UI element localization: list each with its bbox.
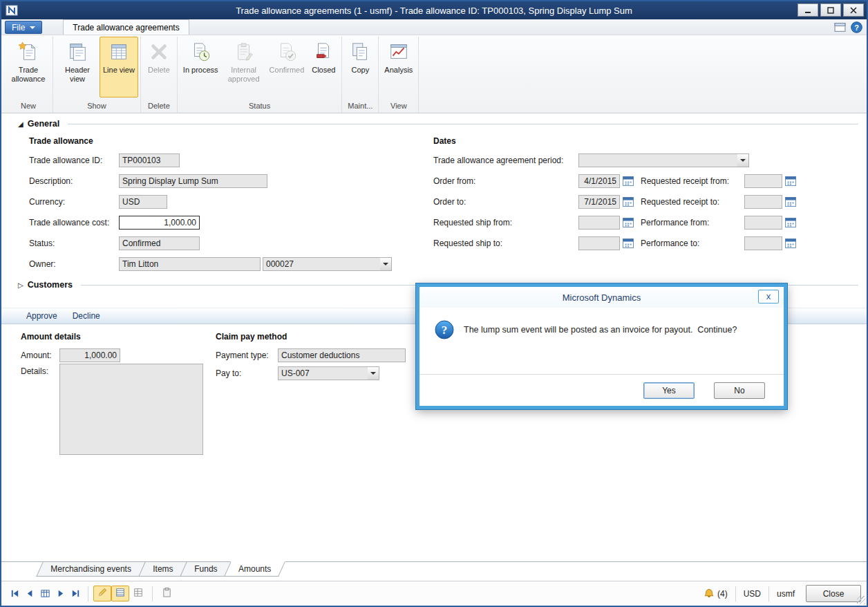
general-section-header[interactable]: ◢ General (18, 119, 858, 129)
dates-group-title: Dates (433, 136, 456, 146)
ribbon-group-view-label: View (381, 102, 416, 113)
claim-pay-method-title: Claim pay method (216, 332, 287, 342)
analysis-button[interactable]: Analysis (381, 37, 416, 97)
close-form-button[interactable]: Close (806, 585, 861, 602)
clipboard-button[interactable] (158, 586, 176, 601)
approve-button[interactable]: Approve (26, 311, 57, 321)
window-controls (798, 3, 864, 17)
help-icon[interactable]: ? (851, 21, 862, 36)
header-view-button[interactable]: Header view (55, 37, 100, 97)
owner-name-field: Tim Litton (119, 257, 261, 271)
requested-ship-from-field (578, 216, 620, 230)
statusbar: (4) USD usmf Close (1, 581, 867, 606)
dynamics-dialog: Microsoft Dynamics x ? The lump sum even… (416, 283, 787, 409)
currency-label: Currency: (29, 197, 119, 207)
menubar-right: ? (834, 21, 862, 36)
dialog-close-icon[interactable]: x (758, 290, 779, 304)
performance-from-label: Performance from: (641, 218, 744, 227)
status-label: Status: (29, 239, 119, 248)
ribbon-group-status: In process Internal approved Confirmed (178, 37, 343, 113)
analysis-icon (388, 41, 410, 63)
separator (735, 586, 736, 601)
notifications-count[interactable]: (4) (715, 589, 730, 599)
internal-approved-button: Internal approved (222, 37, 266, 97)
trade-allowance-id-field: TP000103 (119, 153, 180, 167)
go-to-record-grid-icon[interactable] (37, 586, 53, 601)
line-view-button[interactable]: Line view (100, 37, 138, 97)
resize-grip[interactable] (857, 596, 865, 604)
performance-to-label: Performance to: (641, 239, 744, 248)
bottom-tabstrip: Merchandising events Items Funds Amounts (1, 561, 867, 577)
minimize-icon[interactable] (798, 3, 818, 17)
copy-icon (349, 41, 371, 63)
company-indicator[interactable]: usmf (774, 589, 798, 599)
notifications-bell-icon[interactable] (704, 588, 715, 599)
trade-allowance-cost-label: Trade allowance cost: (29, 218, 119, 227)
header-view-icon (66, 41, 88, 63)
delete-icon (148, 41, 170, 63)
requested-ship-from-calendar-icon[interactable] (622, 216, 634, 229)
menubar: File Trade allowance agreements ? (1, 19, 867, 35)
tab-funds[interactable]: Funds (180, 562, 232, 577)
tab-items[interactable]: Items (138, 562, 187, 577)
currency-indicator[interactable]: USD (741, 589, 764, 599)
trade-allowance-cost-field[interactable]: 1,000.00 (119, 216, 200, 230)
first-record-icon[interactable] (7, 586, 22, 601)
form-view-button[interactable] (111, 586, 129, 601)
order-from-calendar-icon[interactable] (622, 175, 634, 187)
order-to-label: Order to: (433, 197, 578, 207)
in-process-button-label: In process (183, 66, 218, 75)
requested-receipt-from-calendar-icon[interactable] (784, 175, 797, 187)
ribbon-group-delete-label: Delete (143, 102, 175, 113)
statusbar-right: (4) USD usmf Close (704, 585, 861, 602)
confirmed-button-label: Confirmed (270, 66, 305, 75)
closed-button-label: Closed (312, 66, 335, 75)
layout-icon[interactable] (834, 21, 846, 36)
copy-button[interactable]: Copy (344, 37, 376, 97)
ribbon-group-new: Trade allowance New (4, 37, 53, 113)
requested-receipt-to-calendar-icon[interactable] (784, 196, 797, 208)
trade-allowance-button[interactable]: Trade allowance (6, 37, 50, 97)
owner-dropdown-icon[interactable] (380, 257, 392, 271)
separator (88, 586, 88, 601)
ribbon-group-maintain: Copy Maint... (342, 37, 379, 113)
requested-ship-to-calendar-icon[interactable] (622, 237, 634, 250)
closed-button[interactable]: Closed (308, 37, 339, 97)
separator (152, 586, 153, 601)
last-record-icon[interactable] (68, 586, 83, 601)
file-menu-button[interactable]: File (5, 21, 42, 34)
performance-from-calendar-icon[interactable] (784, 216, 797, 229)
requested-receipt-to-label: Requested receipt to: (641, 197, 744, 207)
ribbon-group-show: Header view Line view Show (53, 37, 141, 113)
no-button[interactable]: No (714, 382, 765, 399)
document-tab[interactable]: Trade allowance agreements (63, 19, 189, 35)
trade-allowance-id-label: Trade allowance ID: (29, 156, 119, 165)
yes-button[interactable]: Yes (643, 382, 695, 399)
in-process-button[interactable]: In process (180, 37, 222, 97)
tab-merchandising-events[interactable]: Merchandising events (36, 562, 145, 577)
details-label: Details: (21, 366, 48, 376)
agreement-period-dropdown-icon[interactable] (737, 153, 749, 167)
trade-allowance-button-label: Trade allowance (10, 66, 47, 83)
order-from-label: Order from: (433, 176, 578, 186)
performance-to-calendar-icon[interactable] (784, 237, 797, 250)
file-menu-label: File (12, 23, 25, 32)
grid-view-button[interactable] (129, 586, 147, 601)
previous-record-icon[interactable] (22, 586, 37, 601)
next-record-icon[interactable] (53, 586, 68, 601)
svg-text:?: ? (442, 324, 448, 337)
order-to-calendar-icon[interactable] (622, 196, 634, 208)
maximize-icon[interactable] (820, 3, 841, 17)
edit-record-button[interactable] (93, 586, 111, 601)
header-view-button-label: Header view (59, 66, 96, 83)
requested-ship-from-label: Requested ship from: (433, 218, 578, 227)
close-window-icon[interactable] (843, 3, 864, 17)
pay-to-dropdown-icon[interactable] (368, 366, 379, 380)
performance-from-field (744, 216, 782, 230)
dialog-body: ? The lump sum event will be posted as a… (419, 308, 784, 339)
tab-amounts[interactable]: Amounts (225, 561, 286, 577)
currency-field: USD (119, 195, 167, 209)
grid-view-icon (133, 588, 143, 600)
performance-to-field (744, 236, 782, 250)
decline-button[interactable]: Decline (73, 311, 100, 321)
